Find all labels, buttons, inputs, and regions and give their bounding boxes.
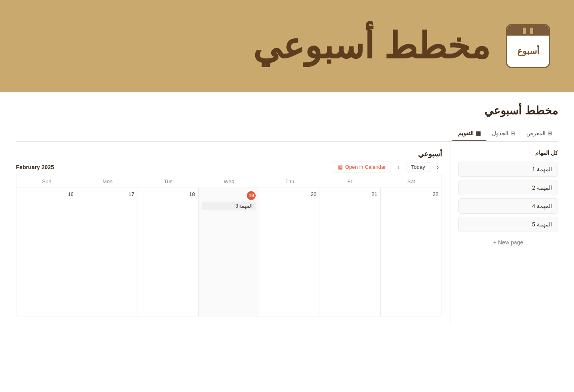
calendar-week-row: 16 17 18 [16, 188, 442, 316]
tab-calendar-label: التقويم [458, 130, 474, 136]
task-item-3[interactable]: المهمة 4 [458, 198, 558, 214]
calendar-icon: أسبوع [506, 24, 550, 68]
calendar-week-label: أسبوعي [16, 150, 442, 158]
calendar-icon-top [507, 25, 549, 36]
calendar-nav-group: ▦ Open in Calendar ‹ Today › [333, 162, 442, 172]
day-header-thu: Thu [259, 175, 320, 188]
calendar-tab-icon: ▦ [476, 130, 481, 136]
calendar-red-icon: ▦ [338, 164, 343, 170]
day-header-tue: Tue [138, 175, 199, 188]
cell-date-19: 19 [202, 191, 256, 200]
calendar-cell-tue[interactable]: 18 [138, 188, 199, 316]
table-icon: ⊟ [510, 130, 515, 136]
tab-calendar[interactable]: ▦ التقويم [452, 127, 486, 141]
day-header-mon: Mon [77, 175, 138, 188]
calendar-cell-thu[interactable]: 20 [259, 188, 320, 316]
open-in-calendar-button[interactable]: ▦ Open in Calendar [333, 162, 391, 172]
cell-date-16: 16 [20, 191, 74, 197]
calendar-icon-body: أسبوع [507, 36, 549, 67]
calendar-cell-sat[interactable]: 22 [381, 188, 442, 316]
tasks-sidebar: كل المهام المهمة 1 المهمة 2 المهمة 4 الم… [450, 142, 558, 324]
task-event-wed[interactable]: المهمة 3 [202, 202, 256, 210]
header-banner: أسبوع مخطط أسبوعي [0, 0, 574, 92]
day-header-fri: Fri [320, 175, 381, 188]
calendar-grid: Sun Mon Tue Wed Thu Fri Sat 16 [16, 175, 442, 316]
calendar-pin-right [523, 28, 526, 34]
cell-date-17: 17 [80, 191, 134, 197]
open-in-calendar-label: Open in Calendar [345, 164, 386, 170]
cell-date-21: 21 [323, 191, 377, 197]
header-title: مخطط أسبوعي [253, 28, 490, 64]
day-header-wed: Wed [199, 175, 260, 188]
prev-week-button[interactable]: ‹ [394, 162, 403, 172]
main-layout: كل المهام المهمة 1 المهمة 2 المهمة 4 الم… [16, 142, 558, 324]
cell-date-20: 20 [262, 191, 316, 197]
calendar-month-label: February 2025 [16, 164, 54, 170]
calendar-pin-left [530, 28, 533, 34]
calendar-cell-wed-today[interactable]: 19 المهمة 3 [199, 188, 260, 316]
today-badge: 19 [247, 191, 256, 200]
tab-grid[interactable]: ⊞ المعرض [521, 127, 558, 141]
day-header-sat: Sat [381, 175, 442, 188]
tab-table-label: الجدول [492, 130, 508, 136]
calendar-cell-mon[interactable]: 17 [77, 188, 138, 316]
tab-grid-label: المعرض [526, 130, 546, 136]
day-header-sun: Sun [16, 175, 77, 188]
task-item-1[interactable]: المهمة 1 [458, 162, 558, 177]
task-item-4[interactable]: المهمة 5 [458, 217, 558, 232]
calendar-cell-sun[interactable]: 16 [16, 188, 77, 316]
grid-icon: ⊞ [548, 130, 552, 136]
new-page-button[interactable]: + New page [458, 235, 558, 250]
next-week-button[interactable]: › [434, 162, 442, 172]
calendar-header-row: February 2025 ▦ Open in Calendar ‹ Today… [16, 162, 442, 172]
cell-date-18: 18 [141, 191, 195, 197]
calendar-days-header: Sun Mon Tue Wed Thu Fri Sat [16, 175, 442, 188]
task-item-2[interactable]: المهمة 2 [458, 180, 558, 195]
calendar-area: أسبوعي February 2025 ▦ Open in Calendar … [16, 142, 450, 324]
cell-date-22: 22 [384, 191, 438, 197]
calendar-icon-label: أسبوع [517, 46, 539, 56]
today-button[interactable]: Today [406, 162, 430, 172]
page-content: مخطط أسبوعي ⊞ المعرض ⊟ الجدول ▦ التقويم … [0, 92, 574, 336]
calendar-cell-fri[interactable]: 21 [320, 188, 381, 316]
page-heading: مخطط أسبوعي [16, 104, 558, 117]
tasks-sidebar-title: كل المهام [458, 150, 558, 156]
tabs-row: ⊞ المعرض ⊟ الجدول ▦ التقويم [16, 127, 558, 142]
tab-table[interactable]: ⊟ الجدول [486, 127, 521, 141]
